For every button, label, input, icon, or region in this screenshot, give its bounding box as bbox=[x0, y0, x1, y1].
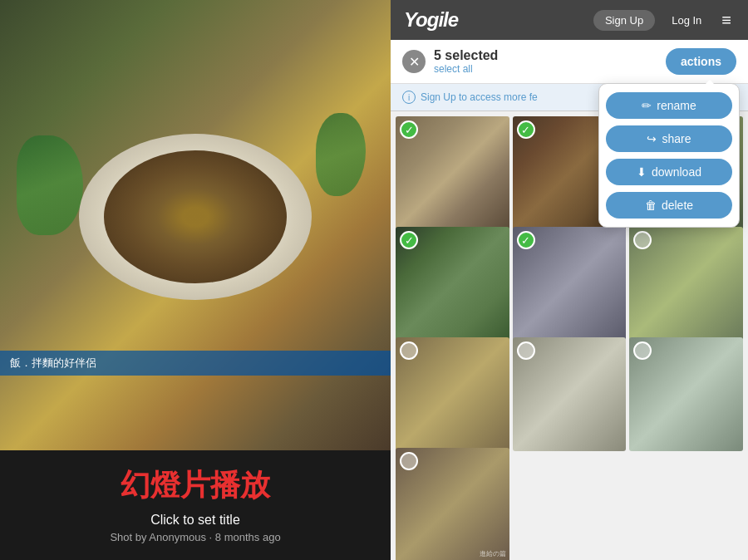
menu-icon[interactable]: ≡ bbox=[718, 7, 735, 33]
info-icon: i bbox=[402, 91, 416, 104]
selected-info: 5 selected select all bbox=[434, 48, 498, 75]
watermark-10: 進給の篇 bbox=[480, 549, 506, 558]
header: Yogile Sign Up Log In ≡ bbox=[391, 0, 748, 40]
pencil-icon: ✏ bbox=[642, 99, 652, 112]
grid-item-5[interactable]: ✓ bbox=[513, 227, 627, 341]
share-label: share bbox=[662, 132, 691, 145]
delete-button[interactable]: 🗑 delete bbox=[606, 192, 732, 219]
grid-item-7[interactable] bbox=[396, 337, 509, 451]
share-button[interactable]: ↪ share bbox=[606, 125, 732, 152]
food-items bbox=[104, 150, 287, 283]
selection-bar: ✕ 5 selected select all actions ✏ rename… bbox=[391, 40, 748, 84]
download-button[interactable]: ⬇ download bbox=[606, 159, 732, 185]
download-icon: ⬇ bbox=[637, 165, 647, 179]
logo: Yogile bbox=[404, 8, 458, 32]
click-title[interactable]: Click to set title bbox=[17, 513, 374, 528]
login-button[interactable]: Log In bbox=[665, 10, 708, 31]
rename-button[interactable]: ✏ rename bbox=[606, 92, 732, 119]
grid-item-4[interactable]: ✓ bbox=[396, 227, 509, 341]
check-1: ✓ bbox=[400, 120, 418, 139]
food-image: 飯．拌麵的好伴侶 bbox=[0, 0, 391, 450]
banner-text: 飯．拌麵的好伴侶 bbox=[10, 356, 96, 369]
actions-button[interactable]: actions bbox=[666, 48, 736, 75]
circle-7 bbox=[400, 341, 418, 360]
check-4: ✓ bbox=[400, 231, 418, 249]
share-icon: ↪ bbox=[647, 132, 657, 145]
image-bg bbox=[0, 0, 391, 450]
garnish-left bbox=[17, 135, 83, 235]
grid-item-9[interactable] bbox=[629, 337, 743, 451]
signup-info-link[interactable]: Sign Up to access more fe bbox=[421, 91, 538, 103]
circle-10 bbox=[400, 452, 418, 470]
left-panel: ⤢ ✕ 飯．拌麵的好伴侶 幻燈片播放 Click to set title Sh… bbox=[0, 0, 391, 560]
garnish-right bbox=[316, 113, 366, 196]
banner-bar: 飯．拌麵的好伴侶 bbox=[0, 351, 391, 376]
check-2: ✓ bbox=[517, 120, 535, 139]
check-5: ✓ bbox=[517, 231, 535, 249]
slideshow-title: 幻燈片播放 bbox=[17, 465, 374, 506]
food-plate bbox=[79, 134, 312, 300]
circle-8 bbox=[517, 341, 535, 360]
actions-dropdown: ✏ rename ↪ share ⬇ download 🗑 delete bbox=[598, 83, 740, 228]
grid-item-10[interactable]: 進給の篇 bbox=[396, 448, 509, 560]
left-bottom: 幻燈片播放 Click to set title Shot by Anonymo… bbox=[0, 450, 391, 560]
rename-label: rename bbox=[657, 99, 696, 112]
delete-label: delete bbox=[662, 199, 693, 212]
grid-item-1[interactable]: ✓ bbox=[396, 116, 509, 230]
grid-item-8[interactable] bbox=[513, 337, 627, 451]
clear-selection-button[interactable]: ✕ bbox=[402, 50, 426, 73]
shot-info: Shot by Anonymous · 8 months ago bbox=[17, 531, 374, 543]
right-panel: Yogile Sign Up Log In ≡ ✕ 5 selected sel… bbox=[391, 0, 748, 560]
selected-count: 5 selected bbox=[434, 48, 498, 63]
signup-button[interactable]: Sign Up bbox=[593, 10, 655, 31]
trash-icon: 🗑 bbox=[645, 199, 657, 212]
download-label: download bbox=[652, 165, 701, 179]
select-all-link[interactable]: select all bbox=[434, 63, 498, 75]
grid-item-6[interactable] bbox=[629, 227, 743, 341]
